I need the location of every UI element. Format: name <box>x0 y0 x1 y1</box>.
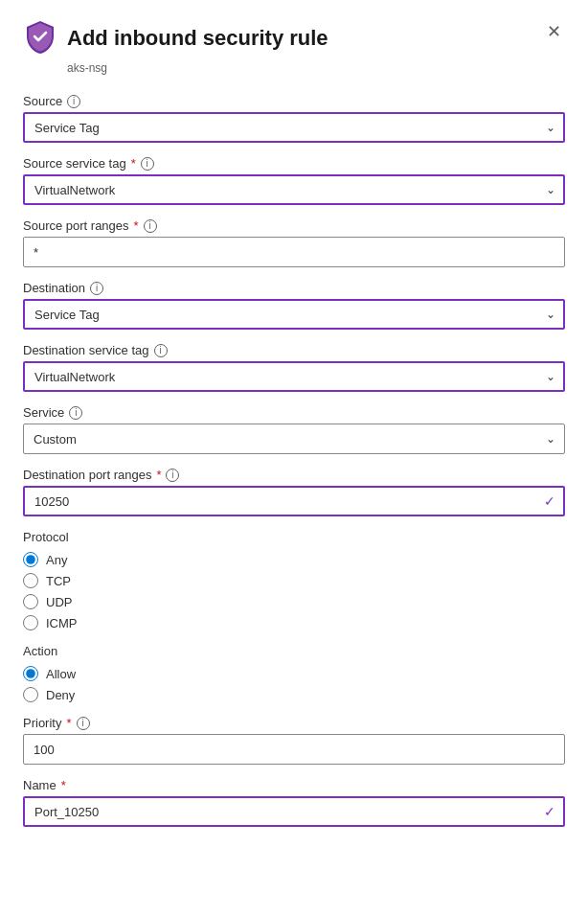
priority-input[interactable] <box>23 734 565 765</box>
source-port-ranges-label: Source port ranges * i <box>23 218 565 233</box>
name-group: Name * ✓ <box>23 778 565 827</box>
protocol-udp-option[interactable]: UDP <box>23 594 565 609</box>
protocol-any-radio[interactable] <box>23 552 38 567</box>
destination-select-wrapper: Service Tag Any IP Addresses ⌄ <box>23 299 565 330</box>
action-deny-radio[interactable] <box>23 687 38 702</box>
dest-port-ranges-input[interactable] <box>23 486 565 516</box>
action-allow-label: Allow <box>46 667 76 681</box>
source-service-tag-info-icon[interactable]: i <box>141 157 154 171</box>
priority-required: * <box>66 716 71 730</box>
dest-port-ranges-label: Destination port ranges * i <box>23 468 565 482</box>
action-allow-radio[interactable] <box>23 666 38 681</box>
name-input-wrapper: ✓ <box>23 796 565 827</box>
source-select-wrapper: Service Tag Any IP Addresses My IP addre… <box>23 112 565 143</box>
service-select-wrapper: Custom HTTP HTTPS SSH RDP ⌄ <box>23 424 565 454</box>
protocol-udp-label: UDP <box>46 595 72 609</box>
name-input[interactable] <box>23 796 565 827</box>
panel-header: Add inbound security rule ✕ <box>23 19 565 57</box>
panel-subtitle: aks-nsg <box>67 61 565 75</box>
name-required: * <box>61 778 66 792</box>
destination-info-icon[interactable]: i <box>90 282 103 295</box>
panel-title: Add inbound security rule <box>67 26 328 51</box>
action-deny-option[interactable]: Deny <box>23 687 565 702</box>
action-allow-option[interactable]: Allow <box>23 666 565 681</box>
protocol-udp-radio[interactable] <box>23 594 38 609</box>
destination-service-tag-info-icon[interactable]: i <box>154 344 168 357</box>
service-label: Service i <box>23 405 565 420</box>
source-service-tag-select[interactable]: VirtualNetwork Internet AzureLoadBalance… <box>23 174 565 205</box>
source-service-tag-group: Source service tag * i VirtualNetwork In… <box>23 156 565 205</box>
service-info-icon[interactable]: i <box>69 406 82 420</box>
source-service-tag-label: Source service tag * i <box>23 156 565 171</box>
action-radio-group: Allow Deny <box>23 666 565 702</box>
action-deny-label: Deny <box>46 688 75 702</box>
dest-port-info-icon[interactable]: i <box>166 469 179 482</box>
protocol-group: Protocol Any TCP UDP ICMP <box>23 530 565 630</box>
source-group: Source i Service Tag Any IP Addresses My… <box>23 94 565 143</box>
name-label: Name * <box>23 778 565 792</box>
dest-port-ranges-group: Destination port ranges * i ✓ <box>23 468 565 516</box>
destination-service-tag-group: Destination service tag i VirtualNetwork… <box>23 343 565 392</box>
protocol-tcp-option[interactable]: TCP <box>23 573 565 588</box>
source-port-ranges-group: Source port ranges * i <box>23 218 565 267</box>
protocol-label: Protocol <box>23 530 565 544</box>
service-group: Service i Custom HTTP HTTPS SSH RDP ⌄ <box>23 405 565 454</box>
source-port-info-icon[interactable]: i <box>144 219 157 233</box>
protocol-icmp-option[interactable]: ICMP <box>23 615 565 630</box>
service-select[interactable]: Custom HTTP HTTPS SSH RDP <box>23 424 565 454</box>
action-label: Action <box>23 644 565 658</box>
dest-port-required: * <box>156 468 161 482</box>
protocol-any-option[interactable]: Any <box>23 552 565 567</box>
shield-icon <box>23 19 57 57</box>
source-port-ranges-input[interactable] <box>23 237 565 267</box>
protocol-any-label: Any <box>46 553 67 567</box>
protocol-icmp-label: ICMP <box>46 616 78 630</box>
action-group: Action Allow Deny <box>23 644 565 702</box>
destination-service-tag-select-wrapper: VirtualNetwork Internet AzureLoadBalance… <box>23 361 565 392</box>
priority-label: Priority * i <box>23 716 565 730</box>
panel-title-area: Add inbound security rule <box>23 19 328 57</box>
source-info-icon[interactable]: i <box>67 95 80 108</box>
dest-port-input-wrapper: ✓ <box>23 486 565 516</box>
destination-label: Destination i <box>23 281 565 295</box>
destination-service-tag-label: Destination service tag i <box>23 343 565 357</box>
source-service-tag-select-wrapper: VirtualNetwork Internet AzureLoadBalance… <box>23 174 565 205</box>
protocol-tcp-label: TCP <box>46 574 71 588</box>
priority-info-icon[interactable]: i <box>77 717 90 730</box>
source-port-required: * <box>134 218 139 233</box>
dest-port-check-icon: ✓ <box>544 493 555 509</box>
source-label: Source i <box>23 94 565 108</box>
protocol-radio-group: Any TCP UDP ICMP <box>23 552 565 630</box>
priority-group: Priority * i <box>23 716 565 765</box>
source-service-tag-required: * <box>131 156 136 171</box>
source-select[interactable]: Service Tag Any IP Addresses My IP addre… <box>23 112 565 143</box>
add-inbound-rule-panel: Add inbound security rule ✕ aks-nsg Sour… <box>0 0 588 916</box>
close-button[interactable]: ✕ <box>543 19 565 44</box>
protocol-tcp-radio[interactable] <box>23 573 38 588</box>
destination-group: Destination i Service Tag Any IP Address… <box>23 281 565 330</box>
name-check-icon: ✓ <box>544 804 555 819</box>
destination-service-tag-select[interactable]: VirtualNetwork Internet AzureLoadBalance… <box>23 361 565 392</box>
protocol-icmp-radio[interactable] <box>23 615 38 630</box>
destination-select[interactable]: Service Tag Any IP Addresses <box>23 299 565 330</box>
